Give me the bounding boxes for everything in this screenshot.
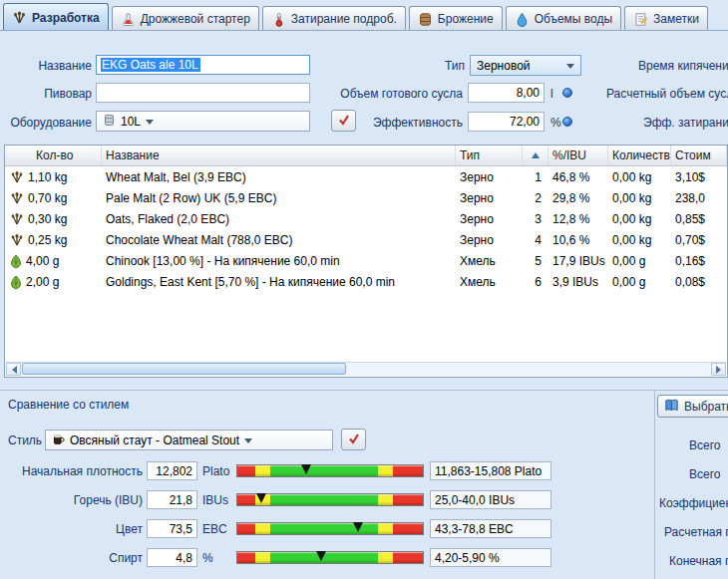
check-icon	[348, 433, 360, 447]
gauge-marker	[353, 522, 363, 532]
scroll-left-button[interactable]	[6, 363, 21, 376]
style-gauge-bar	[236, 551, 424, 564]
scrollbar-thumb[interactable]	[22, 363, 346, 375]
ingredient-row[interactable]: 4,00 g Chinook [13,00 %] - На кипячение …	[5, 250, 727, 271]
style-edit-button[interactable]	[341, 429, 366, 450]
ingredient-row[interactable]: 0,25 kg Chocolate Wheat Malt (788,0 EBC)…	[5, 229, 727, 250]
gauge-row-ibu: Горечь (IBU) 21,8 IBUs 25,0-40,0 IBUs	[0, 490, 654, 510]
gauge-range: 43,3-78,8 EBC	[430, 519, 551, 538]
recipe-type-select[interactable]: Зерновой	[470, 55, 581, 76]
ingredient-amount: 2,00 g	[26, 275, 59, 289]
ingredient-pct: 10,6 %	[548, 233, 608, 247]
chevron-down-icon	[244, 438, 252, 447]
ingredient-qty: 0,00 kg	[608, 170, 671, 184]
scroll-right-button[interactable]	[711, 363, 726, 376]
ingredient-type: Зерно	[456, 191, 523, 205]
yeast-starter-icon	[121, 12, 136, 27]
tab-label: Объемы воды	[535, 12, 612, 26]
tab-label: Заметки	[653, 12, 699, 26]
batch-volume-lock-icon[interactable]	[562, 88, 572, 98]
tab-notes[interactable]: Заметки	[624, 6, 708, 31]
right-panel-divider	[654, 390, 655, 579]
ingredient-amount: 0,25 kg	[28, 233, 67, 247]
right-label-coefficient: Коэффициент п	[659, 496, 728, 510]
scrollbar-track[interactable]	[21, 363, 711, 376]
boil-time-label: Время кипячения	[638, 59, 728, 73]
arrow-right-icon	[716, 366, 725, 374]
select-style-button[interactable]: Выбрать	[657, 395, 728, 418]
ingredient-pct: 17,9 IBUs	[548, 254, 608, 268]
brewer-input[interactable]	[96, 83, 310, 103]
tabbar-underline	[0, 30, 728, 31]
ingredient-row[interactable]: 1,10 kg Wheat Malt, Bel (3,9 EBC) Зерно …	[5, 166, 727, 187]
recipe-name-value: EKG Oats ale 10L	[101, 58, 200, 72]
header-sort[interactable]	[523, 145, 548, 165]
tab-water-volumes[interactable]: Объемы воды	[506, 6, 621, 31]
efficiency-input[interactable]: 72,00	[468, 112, 545, 132]
header-qty[interactable]: Количество	[608, 145, 671, 165]
gauge-marker	[256, 493, 266, 503]
batch-volume-unit: l	[550, 87, 553, 101]
gauge-marker	[316, 551, 326, 561]
ingredient-name: Chinook [13,00 %] - На кипячение 60,0 mi…	[102, 254, 456, 268]
equipment-edit-button[interactable]	[331, 110, 356, 132]
hop-icon	[10, 254, 22, 268]
notes-icon	[633, 12, 648, 27]
gauge-value: 21,8	[147, 490, 197, 509]
tab-yeast-starter[interactable]: Дрожжевой стартер	[112, 6, 259, 31]
ingredient-name: Chocolate Wheat Malt (788,0 EBC)	[102, 233, 456, 247]
mash-efficiency-label: Эфф. затирания	[643, 116, 728, 130]
gauge-row-abv: Спирт 4,8 % 4,20-5,90 %	[0, 548, 654, 568]
tab-label: Разработка	[32, 11, 100, 25]
chevron-down-icon	[146, 120, 154, 129]
style-gauge-bar	[236, 493, 424, 506]
header-name[interactable]: Название	[102, 145, 456, 165]
gauge-unit: Plato	[202, 464, 229, 478]
tab-mash-detail[interactable]: Затирание подроб.	[262, 6, 406, 31]
ingredient-pct: 3,9 IBUs	[548, 275, 608, 289]
ingredient-type: Зерно	[456, 212, 523, 226]
chevron-down-icon	[566, 64, 574, 73]
ingredient-cost: 238,0	[671, 191, 727, 205]
grain-icon	[10, 233, 24, 246]
header-pct[interactable]: %/IBU	[548, 145, 608, 165]
ingredient-number: 2	[523, 191, 548, 205]
ingredient-name: Pale Malt (2 Row) UK (5,9 EBC)	[102, 191, 456, 205]
gauge-label: Спирт	[0, 551, 143, 565]
ingredient-type: Хмель	[456, 275, 523, 289]
horizontal-scrollbar[interactable]	[6, 362, 726, 376]
header-type[interactable]: Тип	[456, 145, 523, 165]
batch-volume-input[interactable]: 8,00	[468, 83, 545, 103]
ingredient-cost: 0,16$	[671, 254, 727, 268]
ingredient-row[interactable]: 0,30 kg Oats, Flaked (2,0 EBC) Зерно 3 1…	[5, 208, 727, 229]
ingredient-amount: 1,10 kg	[28, 170, 67, 184]
ingredient-number: 4	[523, 233, 548, 247]
keg-icon	[103, 114, 116, 130]
tab-fermentation[interactable]: Брожение	[409, 6, 503, 31]
ingredient-row[interactable]: 2,00 g Goldings, East Kent [5,70 %] - На…	[5, 271, 727, 292]
gauge-range: 25,0-40,0 IBUs	[430, 490, 551, 509]
ingredient-pct: 29,8 %	[548, 191, 608, 205]
header-amount[interactable]: Кол-во	[5, 145, 102, 165]
ingredient-cost: 0,70$	[671, 233, 727, 247]
book-icon	[664, 398, 679, 416]
recipe-name-input[interactable]: EKG Oats ale 10L	[96, 55, 310, 75]
sort-ascending-icon	[532, 152, 540, 158]
style-select[interactable]: Овсяный стаут - Oatmeal Stout	[45, 430, 333, 450]
gauge-value: 12,802	[147, 461, 197, 480]
tab-design[interactable]: Разработка	[3, 3, 109, 31]
ingredient-amount: 0,30 kg	[28, 212, 67, 226]
style-gauge-bar	[236, 464, 424, 477]
header-cost[interactable]: Стоим	[671, 145, 727, 165]
equipment-select[interactable]: 10L	[96, 111, 310, 132]
fermentation-icon	[418, 12, 433, 27]
equipment-label: Оборудование	[0, 116, 92, 130]
ingredient-cost: 3,10$	[671, 170, 727, 184]
grain-icon	[10, 212, 24, 225]
equipment-value: 10L	[121, 115, 141, 129]
hop-icon	[10, 275, 22, 289]
ingredient-qty: 0,00 g	[608, 254, 671, 268]
efficiency-lock-icon[interactable]	[562, 117, 572, 127]
style-value: Овсяный стаут - Oatmeal Stout	[70, 434, 239, 447]
ingredient-row[interactable]: 0,70 kg Pale Malt (2 Row) UK (5,9 EBC) З…	[5, 187, 727, 208]
